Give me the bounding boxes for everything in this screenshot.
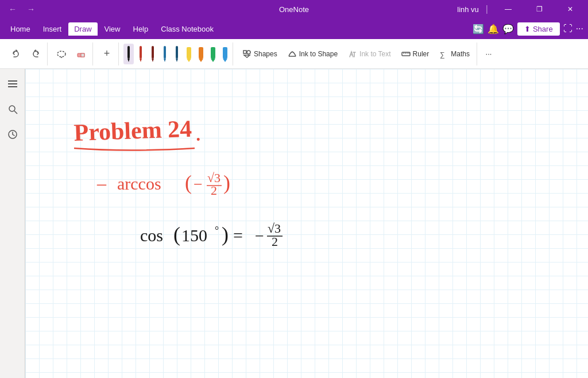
svg-text:arccos: arccos [117, 174, 161, 193]
svg-text:): ) [222, 223, 229, 246]
svg-rect-9 [164, 46, 166, 59]
pen-colors-group [121, 43, 233, 65]
ink-to-shape-label: Ink to Shape [299, 50, 338, 58]
svg-marker-23 [244, 55, 250, 57]
svg-marker-16 [199, 59, 203, 62]
app-title: OneNote [279, 5, 309, 14]
maths-label: Maths [451, 50, 470, 58]
pen-darkred[interactable] [148, 44, 158, 64]
sidebar-history-icon[interactable] [2, 124, 23, 145]
pen-green-highlight[interactable] [208, 44, 218, 64]
menu-home[interactable]: Home [5, 22, 36, 36]
close-button[interactable]: ✕ [557, 0, 583, 18]
maths-button[interactable]: ∑ Maths [435, 47, 474, 61]
main-content: Problem 24 . – arccos ( − √3 [0, 69, 588, 378]
svg-rect-30 [8, 80, 17, 82]
menu-insert[interactable]: Insert [37, 22, 68, 36]
svg-marker-20 [223, 59, 227, 62]
svg-rect-7 [152, 46, 154, 59]
sidebar-menu-icon[interactable] [2, 74, 23, 94]
svg-point-22 [247, 51, 250, 54]
pen-red[interactable] [136, 44, 146, 64]
share-button[interactable]: ⬆ Share [517, 22, 560, 36]
separator: | [486, 4, 488, 14]
fullscreen-icon[interactable]: ⛶ [563, 24, 572, 34]
undo-redo-group [5, 43, 48, 65]
svg-rect-21 [243, 51, 246, 53]
ink-to-text-label: Ink to Text [359, 50, 390, 58]
select-group [50, 43, 93, 65]
sidebar-search-icon[interactable] [2, 99, 23, 119]
svg-rect-19 [223, 47, 227, 59]
svg-rect-31 [8, 83, 17, 84]
user-name: linh vu [457, 5, 479, 14]
drawing-tools-group: Shapes Ink to Shape Ink to Text Ruler ∑ … [235, 43, 477, 65]
ruler-button[interactable]: Ruler [397, 47, 434, 61]
svg-marker-12 [176, 59, 178, 62]
shapes-button[interactable]: Shapes [238, 47, 282, 61]
sync-icon[interactable]: 🔄 [473, 24, 484, 34]
menu-class-notebook[interactable]: Class Notebook [155, 22, 219, 36]
svg-point-33 [9, 106, 15, 111]
pen-yellow-highlight[interactable] [184, 44, 194, 64]
svg-rect-13 [187, 47, 191, 59]
svg-text:Problem 24: Problem 24 [74, 115, 192, 146]
shapes-label: Shapes [254, 50, 277, 58]
menu-help[interactable]: Help [127, 22, 154, 36]
svg-text:cos: cos [140, 226, 163, 245]
svg-marker-6 [140, 59, 142, 62]
svg-rect-5 [140, 46, 142, 59]
svg-marker-8 [152, 59, 154, 62]
add-pen-button[interactable]: + [98, 44, 116, 64]
eraser-button[interactable] [72, 44, 90, 64]
ink-to-text-button[interactable]: Ink to Text [343, 47, 395, 61]
svg-rect-11 [176, 46, 178, 59]
pen-orange-highlight[interactable] [196, 44, 206, 64]
svg-text:–: – [96, 173, 107, 194]
svg-text:−: − [255, 227, 264, 245]
add-pen-group: + [95, 43, 119, 65]
pen-blue[interactable] [160, 44, 170, 64]
share-icon: ⬆ [524, 25, 531, 33]
sidebar [0, 69, 25, 378]
ink-to-shape-button[interactable]: Ink to Shape [283, 47, 342, 61]
title-bar-left: ← → [5, 1, 39, 17]
pen-black[interactable] [123, 44, 134, 64]
more-button[interactable]: ··· [479, 44, 498, 64]
svg-point-0 [57, 51, 65, 57]
svg-text:150: 150 [181, 226, 207, 245]
comment-icon[interactable]: 💬 [502, 24, 514, 34]
title-bar: ← → OneNote linh vu | — ❐ ✕ [0, 0, 588, 18]
menu-view[interactable]: View [99, 22, 126, 36]
back-button[interactable]: ← [5, 1, 21, 17]
undo-button[interactable] [7, 44, 25, 64]
forward-button[interactable]: → [23, 1, 39, 17]
svg-text:°: ° [215, 225, 219, 236]
pen-darkblue[interactable] [172, 44, 182, 64]
svg-rect-3 [127, 46, 130, 59]
minimize-button[interactable]: — [495, 0, 521, 18]
svg-text:2: 2 [272, 234, 278, 249]
svg-rect-32 [8, 86, 17, 87]
title-bar-right: linh vu | — ❐ ✕ [457, 0, 583, 18]
menu-draw[interactable]: Draw [68, 22, 97, 36]
toolbar: + [0, 39, 588, 69]
svg-marker-10 [164, 59, 166, 62]
svg-rect-2 [81, 53, 84, 57]
equation-1: – arccos ( − √3 2 ) [96, 171, 230, 198]
lasso-button[interactable] [52, 44, 71, 64]
bell-icon[interactable]: 🔔 [488, 24, 499, 34]
svg-text:(: ( [185, 171, 192, 194]
svg-marker-4 [127, 59, 130, 62]
svg-text:(: ( [173, 223, 180, 246]
pen-cyan-highlight[interactable] [220, 44, 230, 64]
menu-bar: Home Insert Draw View Help Class Noteboo… [0, 18, 588, 39]
svg-marker-18 [211, 59, 215, 62]
restore-button[interactable]: ❐ [526, 0, 552, 18]
canvas-area[interactable]: Problem 24 . – arccos ( − √3 [25, 69, 588, 378]
more-menu-icon[interactable]: ··· [576, 24, 583, 34]
redo-button[interactable] [26, 44, 45, 64]
svg-marker-14 [187, 59, 191, 62]
svg-line-34 [14, 111, 17, 114]
problem-title: Problem 24 . [74, 115, 202, 151]
